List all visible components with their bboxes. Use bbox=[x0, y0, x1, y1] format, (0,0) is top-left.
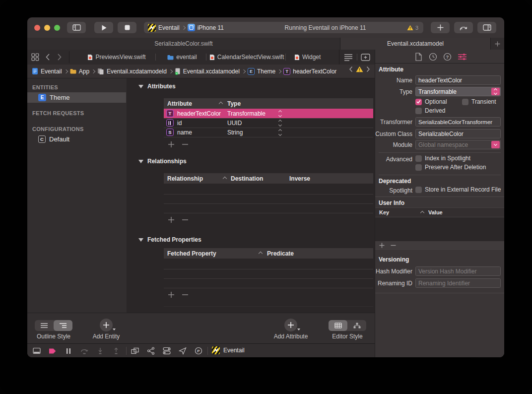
attribute-type[interactable]: UUID bbox=[227, 120, 242, 127]
code-review-button[interactable] bbox=[454, 22, 473, 33]
hash-modifier-field[interactable]: Version Hash Modifier bbox=[415, 266, 501, 276]
disclosure-triangle-icon[interactable] bbox=[138, 238, 143, 242]
module-popup[interactable]: Global namespace bbox=[415, 140, 501, 149]
column-header-destination[interactable]: Destination bbox=[231, 175, 263, 182]
renaming-id-field[interactable]: Renaming Identifier bbox=[415, 278, 501, 288]
next-issue-button[interactable] bbox=[366, 66, 370, 72]
minimize-window-button[interactable] bbox=[44, 25, 50, 31]
breadcrumb-item-project[interactable]: Eventail bbox=[41, 68, 62, 75]
outline-style-flat-button[interactable] bbox=[35, 320, 54, 331]
relationships-section-header[interactable]: Relationships bbox=[138, 158, 187, 165]
value-column-header[interactable]: Value bbox=[428, 209, 443, 215]
column-header-relationship[interactable]: Relationship bbox=[167, 175, 203, 182]
remove-user-info-button[interactable] bbox=[391, 243, 396, 248]
remove-fetched-property-button[interactable] bbox=[182, 291, 189, 298]
breakpoints-toggle-button[interactable] bbox=[48, 346, 57, 355]
attribute-type[interactable]: String bbox=[227, 129, 243, 136]
view-debugger-button[interactable] bbox=[131, 346, 139, 355]
related-items-button[interactable] bbox=[31, 53, 39, 61]
key-column-header[interactable]: Key bbox=[379, 209, 389, 215]
debug-process-chip[interactable]: Eventail bbox=[212, 346, 245, 354]
index-in-spotlight-checkbox[interactable] bbox=[415, 155, 422, 162]
breadcrumb-item-theme[interactable]: Theme bbox=[257, 68, 275, 75]
library-button[interactable] bbox=[431, 22, 450, 33]
environment-overrides-button[interactable] bbox=[162, 346, 171, 355]
column-header-attribute[interactable]: Attribute bbox=[167, 100, 192, 107]
attribute-row-name[interactable]: S name String bbox=[164, 128, 373, 137]
attribute-row-id[interactable]: id UUID bbox=[164, 118, 373, 128]
attributes-section-header[interactable]: Attributes bbox=[138, 83, 176, 90]
column-header-predicate[interactable]: Predicate bbox=[267, 250, 294, 257]
user-info-table-body[interactable] bbox=[375, 217, 504, 241]
breadcrumb-item-xcdatamodeld[interactable]: Eventail.xcdatamodeld bbox=[107, 68, 167, 75]
close-window-button[interactable] bbox=[34, 25, 40, 31]
activity-status-bar[interactable]: Running Eventail on iPhone 11 3 bbox=[227, 22, 423, 33]
editor-tab-eventail[interactable]: eventail bbox=[158, 50, 206, 65]
fetched-properties-section-header[interactable]: Fetched Properties bbox=[138, 236, 201, 243]
editor-tab-previewsview[interactable]: PreviewsView.swift bbox=[79, 50, 154, 65]
breadcrumb-item-headertextcolor[interactable]: headerTextColor bbox=[293, 68, 336, 75]
previous-issue-button[interactable] bbox=[349, 66, 353, 72]
window-tab-xcdatamodel[interactable]: Eventail.xcdatamodel bbox=[340, 38, 490, 50]
zoom-window-button[interactable] bbox=[54, 25, 60, 31]
remove-relationship-button[interactable] bbox=[182, 216, 189, 223]
derived-checkbox[interactable] bbox=[415, 108, 422, 114]
remove-attribute-row-button[interactable] bbox=[182, 141, 189, 148]
warning-icon[interactable] bbox=[356, 66, 363, 72]
editor-tab-widget[interactable]: Widget bbox=[290, 50, 339, 65]
stop-button[interactable] bbox=[118, 22, 136, 33]
window-tab-serializablecolor[interactable]: SerializableColor.swift bbox=[27, 38, 340, 50]
step-over-button[interactable] bbox=[80, 346, 89, 355]
warning-summary[interactable]: 3 bbox=[407, 25, 418, 31]
editor-options-button[interactable] bbox=[344, 53, 353, 61]
go-forward-button[interactable] bbox=[57, 53, 62, 61]
transient-checkbox[interactable] bbox=[462, 99, 468, 105]
column-header-inverse[interactable]: Inverse bbox=[289, 175, 310, 182]
optional-checkbox[interactable] bbox=[415, 99, 422, 105]
store-external-record-checkbox[interactable] bbox=[415, 187, 422, 193]
inspector-tab-help[interactable]: ? bbox=[443, 53, 452, 63]
inspector-toggle-button[interactable] bbox=[477, 22, 496, 33]
add-relationship-button[interactable] bbox=[168, 216, 175, 223]
add-attribute-button[interactable] bbox=[284, 319, 297, 331]
new-tab-button[interactable] bbox=[491, 38, 504, 50]
step-into-button[interactable] bbox=[96, 346, 105, 355]
editor-tab-calendarselectview[interactable]: CalendarSelectView.swift bbox=[209, 50, 284, 65]
name-field[interactable]: headerTextColor bbox=[415, 75, 501, 85]
disclosure-triangle-icon[interactable] bbox=[138, 160, 143, 163]
type-stepper-icon[interactable] bbox=[279, 111, 281, 117]
pause-execution-button[interactable] bbox=[64, 346, 73, 355]
step-out-button[interactable] bbox=[112, 346, 121, 355]
scheme-selector[interactable]: Eventail iPhone 11 bbox=[144, 22, 233, 33]
type-popup[interactable]: Transformable bbox=[415, 87, 501, 96]
run-button[interactable] bbox=[94, 22, 113, 33]
add-editor-button[interactable] bbox=[361, 54, 370, 61]
custom-class-field[interactable]: SerializableColor bbox=[415, 129, 501, 138]
breadcrumb-item-xcdatamodel[interactable]: Eventail.xcdatamodel bbox=[183, 68, 240, 75]
navigator-toggle-button[interactable] bbox=[67, 22, 86, 33]
add-user-info-button[interactable] bbox=[379, 243, 385, 248]
editor-style-table-button[interactable] bbox=[329, 320, 347, 331]
sidebar-item-default[interactable]: C Default bbox=[27, 134, 126, 144]
preserve-after-deletion-checkbox[interactable] bbox=[415, 164, 422, 171]
simulate-location-button[interactable] bbox=[178, 346, 187, 355]
outline-style-hierarchical-button[interactable] bbox=[54, 320, 72, 331]
add-entity-button[interactable] bbox=[100, 319, 113, 331]
sidebar-item-theme[interactable]: E Theme bbox=[27, 92, 126, 103]
memory-graph-button[interactable] bbox=[146, 346, 155, 355]
attribute-row-headertextcolor[interactable]: T headerTextColor Transformable bbox=[164, 109, 373, 118]
go-back-button[interactable] bbox=[45, 53, 50, 61]
inspector-tab-history[interactable] bbox=[429, 53, 437, 63]
attribute-type[interactable]: Transformable bbox=[227, 110, 266, 117]
column-header-type[interactable]: Type bbox=[227, 100, 241, 107]
add-attribute-row-button[interactable] bbox=[168, 141, 175, 148]
type-stepper-icon[interactable] bbox=[279, 120, 281, 126]
editor-style-graph-button[interactable] bbox=[347, 320, 366, 331]
transformer-field[interactable]: SerializableColorTransformer bbox=[415, 117, 501, 127]
inspector-tab-file[interactable] bbox=[415, 53, 422, 63]
add-fetched-property-button[interactable] bbox=[168, 291, 175, 298]
inspector-tab-data-model[interactable] bbox=[458, 53, 467, 63]
debug-process-info-button[interactable]: P bbox=[194, 346, 203, 355]
type-stepper-icon[interactable] bbox=[279, 130, 281, 135]
column-header-fetched-property[interactable]: Fetched Property bbox=[167, 250, 216, 257]
